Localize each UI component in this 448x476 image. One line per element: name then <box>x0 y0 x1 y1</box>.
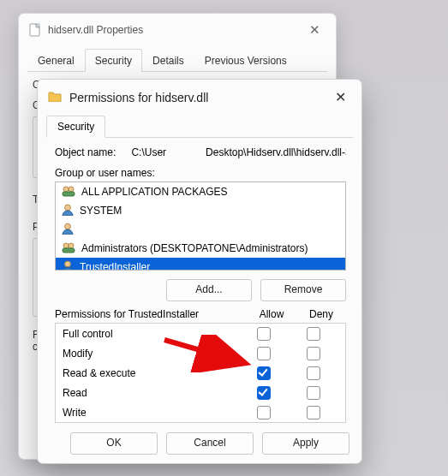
deny-checkbox[interactable] <box>307 347 320 360</box>
properties-close-icon[interactable]: ✕ <box>302 21 327 39</box>
deny-checkbox[interactable] <box>307 406 320 419</box>
permission-label: Read <box>63 387 239 399</box>
allow-column-header: Allow <box>247 308 296 320</box>
permissions-title: Permissions for hidserv.dll <box>69 91 208 104</box>
user-icon <box>61 204 75 218</box>
deny-column-header: Deny <box>296 308 346 320</box>
svg-point-8 <box>69 187 74 192</box>
remove-button[interactable]: Remove <box>260 279 346 301</box>
folder-icon <box>48 90 62 104</box>
allow-checkbox[interactable] <box>257 347 271 360</box>
properties-titlebar: hidserv.dll Properties ✕ <box>19 14 336 45</box>
permissions-table: Full controlModifyRead & executeReadWrit… <box>55 323 346 423</box>
svg-point-7 <box>63 187 69 192</box>
permissions-titlebar: Permissions for hidserv.dll ✕ <box>38 80 361 113</box>
file-icon <box>29 23 41 37</box>
apply-button[interactable]: Apply <box>262 432 349 455</box>
group-item-label: TrustedInstaller <box>80 261 150 271</box>
user-icon <box>61 260 75 271</box>
deny-checkbox[interactable] <box>307 327 320 341</box>
group-item[interactable]: Administrators (DESKTOPATONE\Administrat… <box>56 239 345 258</box>
group-item[interactable]: TrustedInstaller <box>56 258 345 271</box>
permission-label: Read & execute <box>63 367 239 379</box>
svg-point-12 <box>63 243 69 248</box>
tab-general[interactable]: General <box>27 49 85 72</box>
deny-checkbox[interactable] <box>307 386 320 400</box>
permissions-object-path-right: Desktop\Hidserv.dll\hidserv.dll-37 <box>206 146 346 158</box>
ok-button[interactable]: OK <box>70 432 158 455</box>
svg-rect-9 <box>63 192 75 196</box>
svg-point-11 <box>65 223 71 229</box>
allow-checkbox[interactable] <box>257 366 271 380</box>
allow-checkbox[interactable] <box>257 386 271 400</box>
tab-details[interactable]: Details <box>142 49 194 72</box>
permission-row: Read <box>56 383 345 402</box>
permissions-tabs: Security <box>46 115 353 138</box>
permissions-close-icon[interactable]: ✕ <box>326 87 355 107</box>
permissions-window: Permissions for hidserv.dll ✕ Security O… <box>37 79 362 464</box>
permission-label: Write <box>63 407 239 419</box>
group-item-label: ALL APPLICATION PACKAGES <box>81 186 228 198</box>
permissions-for-label: Permissions for TrustedInstaller <box>55 308 247 320</box>
svg-point-15 <box>65 261 71 267</box>
svg-rect-14 <box>63 248 75 253</box>
svg-point-10 <box>65 205 71 211</box>
user-icon <box>61 223 75 237</box>
allow-checkbox[interactable] <box>257 327 271 341</box>
group-icon <box>61 185 76 199</box>
permission-label: Full control <box>63 328 239 340</box>
group-item[interactable] <box>56 220 345 239</box>
cancel-button[interactable]: Cancel <box>166 432 254 455</box>
permissions-group-label: Group or user names: <box>55 167 346 179</box>
permission-row: Modify <box>56 343 345 363</box>
permissions-object-row: Object name: C:\User Desktop\Hidserv.dll… <box>55 146 346 158</box>
permission-row: Read & execute <box>56 363 345 383</box>
svg-point-13 <box>69 243 74 248</box>
permissions-tab-security[interactable]: Security <box>46 116 105 138</box>
permissions-object-label: Object name: <box>55 146 116 158</box>
allow-checkbox[interactable] <box>257 406 271 419</box>
permission-label: Modify <box>63 348 239 360</box>
add-button[interactable]: Add... <box>166 279 252 301</box>
permission-row: Full control <box>56 324 345 343</box>
group-icon <box>61 241 76 256</box>
group-item-label: SYSTEM <box>80 205 122 217</box>
group-item-label: Administrators (DESKTOPATONE\Administrat… <box>81 242 308 254</box>
permission-row: Write <box>56 402 345 422</box>
group-item[interactable]: SYSTEM <box>56 201 345 220</box>
group-item[interactable]: ALL APPLICATION PACKAGES <box>56 182 345 201</box>
properties-tabs: General Security Details Previous Versio… <box>27 48 327 72</box>
permissions-object-path-left: C:\User <box>131 146 166 158</box>
deny-checkbox[interactable] <box>307 366 320 380</box>
tab-previous-versions[interactable]: Previous Versions <box>194 49 297 72</box>
tab-security[interactable]: Security <box>85 49 142 72</box>
properties-title: hidserv.dll Properties <box>48 24 143 36</box>
group-list[interactable]: ALL APPLICATION PACKAGESSYSTEMAdministra… <box>55 181 346 271</box>
